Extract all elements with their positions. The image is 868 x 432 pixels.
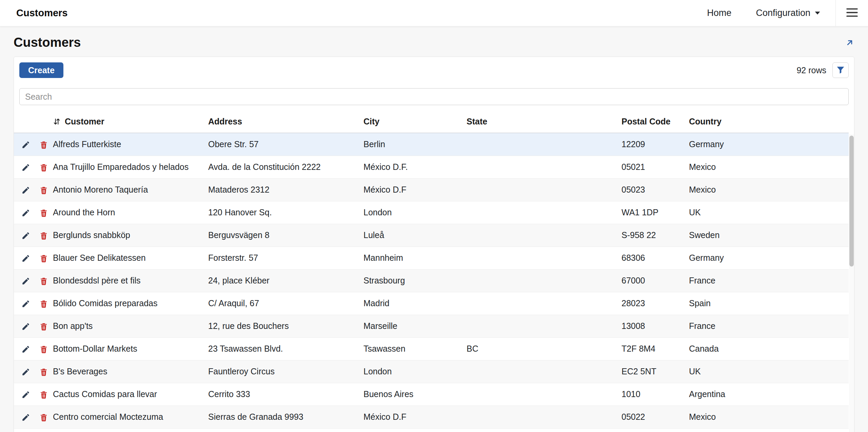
cell-country: Mexico [689, 178, 849, 201]
edit-button[interactable] [21, 163, 30, 172]
delete-button[interactable] [39, 322, 48, 331]
cell-country: Mexico [689, 156, 849, 178]
col-actions [14, 113, 53, 133]
create-button[interactable]: Create [19, 62, 63, 78]
cell-postal-code: 05023 [622, 178, 689, 201]
cell-city: Tsawassen [363, 337, 467, 360]
cell-city: Marseille [363, 315, 467, 337]
delete-button[interactable] [39, 368, 48, 376]
pencil-icon [21, 209, 30, 217]
cell-address: Fauntleroy Circus [208, 360, 363, 383]
table-body: Alfreds Futterkiste Obere Str. 57 Berlin… [14, 133, 849, 428]
trash-icon [39, 140, 48, 149]
cell-customer: B's Beverages [53, 360, 208, 383]
cell-address: C/ Araquil, 67 [208, 292, 363, 315]
row-actions [14, 360, 53, 383]
table-row: Bólido Comidas preparadas C/ Araquil, 67… [14, 292, 849, 315]
cell-customer: Bon app'ts [53, 315, 208, 337]
scrollbar-thumb[interactable] [849, 136, 854, 267]
filter-icon [836, 65, 845, 76]
edit-button[interactable] [21, 322, 30, 331]
col-customer: Customer [53, 113, 208, 133]
trash-icon [39, 277, 48, 286]
cell-customer: Antonio Moreno Taquería [53, 178, 208, 201]
cell-state [467, 360, 622, 383]
edit-button[interactable] [21, 390, 30, 399]
nav-link-home[interactable]: Home [707, 8, 731, 18]
cell-country: Sweden [689, 224, 849, 247]
cell-city: London [363, 360, 467, 383]
pencil-icon [21, 390, 30, 399]
delete-button[interactable] [39, 390, 48, 399]
nav-configuration-label: Configuration [756, 8, 810, 18]
col-customer-label: Customer [65, 117, 104, 126]
trash-icon [39, 299, 48, 308]
edit-button[interactable] [21, 299, 30, 308]
edit-button[interactable] [21, 231, 30, 240]
edit-button[interactable] [21, 345, 30, 354]
cell-country: UK [689, 360, 849, 383]
cell-country: Germany [689, 133, 849, 156]
delete-button[interactable] [39, 299, 48, 308]
cell-city: Mannheim [363, 247, 467, 269]
cell-address: 24, place Kléber [208, 269, 363, 292]
trash-icon [39, 368, 48, 376]
cell-state [467, 178, 622, 201]
cell-address: Cerrito 333 [208, 383, 363, 406]
delete-button[interactable] [39, 277, 48, 286]
trash-icon [39, 163, 48, 172]
edit-button[interactable] [21, 140, 30, 149]
edit-button[interactable] [21, 368, 30, 376]
cell-city: Luleå [363, 224, 467, 247]
delete-button[interactable] [39, 186, 48, 195]
table-row: B's Beverages Fauntleroy Circus London E… [14, 360, 849, 383]
cell-city: Berlin [363, 133, 467, 156]
cell-city: México D.F. [363, 156, 467, 178]
sort-icon[interactable] [53, 118, 61, 125]
cell-address: Berguvsvägen 8 [208, 224, 363, 247]
pencil-icon [21, 368, 30, 376]
customers-card: Create 92 rows [14, 57, 854, 432]
filter-button[interactable] [832, 62, 849, 78]
delete-button[interactable] [39, 163, 48, 172]
cell-postal-code: WA1 1DP [622, 201, 689, 224]
search-input[interactable] [19, 88, 849, 105]
cell-postal-code: 1010 [622, 383, 689, 406]
delete-button[interactable] [39, 254, 48, 263]
navbar-brand[interactable]: Customers [16, 7, 68, 19]
cell-customer: Bottom-Dollar Markets [53, 337, 208, 360]
delete-button[interactable] [39, 209, 48, 217]
delete-button[interactable] [39, 413, 48, 422]
cell-postal-code: 28023 [622, 292, 689, 315]
cell-city: Madrid [363, 292, 467, 315]
edit-button[interactable] [21, 277, 30, 286]
menu-button[interactable] [835, 0, 868, 26]
delete-button[interactable] [39, 140, 48, 149]
scrollbar-track[interactable] [849, 134, 854, 432]
cell-city: Buenos Aires [363, 383, 467, 406]
edit-button[interactable] [21, 413, 30, 422]
cell-address: Avda. de la Constitución 2222 [208, 156, 363, 178]
edit-button[interactable] [21, 209, 30, 217]
expand-button[interactable] [845, 38, 854, 47]
cell-country: Germany [689, 247, 849, 269]
table-row: Blauer See Delikatessen Forsterstr. 57 M… [14, 247, 849, 269]
cell-postal-code: EC2 5NT [622, 360, 689, 383]
arrow-up-right-icon [845, 38, 854, 47]
cell-address: 23 Tsawassen Blvd. [208, 337, 363, 360]
cell-state [467, 292, 622, 315]
edit-button[interactable] [21, 254, 30, 263]
row-actions [14, 156, 53, 178]
nav-link-configuration[interactable]: Configuration [756, 8, 821, 18]
hamburger-icon [846, 8, 858, 19]
row-actions [14, 315, 53, 337]
cell-state [467, 156, 622, 178]
delete-button[interactable] [39, 231, 48, 240]
edit-button[interactable] [21, 186, 30, 195]
customers-table: Customer Address City State Postal Code … [14, 113, 849, 429]
pencil-icon [21, 299, 30, 308]
table-row: Centro comercial Moctezuma Sierras de Gr… [14, 406, 849, 428]
delete-button[interactable] [39, 345, 48, 354]
table-row: Berglunds snabbköp Berguvsvägen 8 Luleå … [14, 224, 849, 247]
pencil-icon [21, 254, 30, 263]
